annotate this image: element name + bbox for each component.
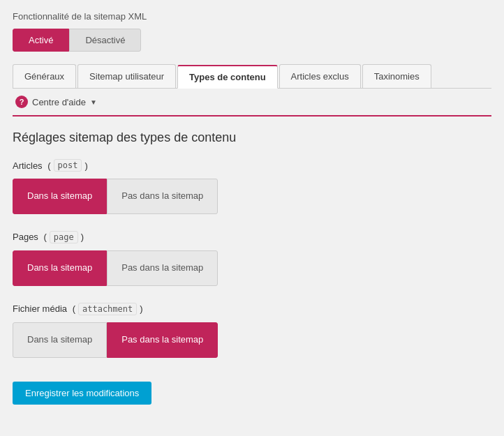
save-button[interactable]: Enregistrer les modifications [13, 382, 151, 405]
media-not-in-sitemap-button[interactable]: Pas dans la sitemap [107, 322, 218, 358]
tab-articles-exclus[interactable]: Articles exclus [279, 64, 361, 88]
help-icon: ? [15, 96, 28, 108]
articles-label: Articles ( post ) [13, 159, 491, 172]
tab-generaux[interactable]: Généraux [13, 64, 76, 88]
media-label: Fichier média ( attachment ) [13, 303, 491, 315]
tab-types-de-contenu[interactable]: Types de contenu [177, 65, 278, 89]
pages-label: Pages ( page ) [13, 231, 491, 243]
pages-section: Pages ( page ) Dans la sitemap Pas dans … [13, 231, 491, 286]
page-container: Fonctionnalité de la sitemap XML Activé … [0, 0, 504, 416]
media-option-group: Dans la sitemap Pas dans la sitemap [13, 322, 491, 358]
toggle-active-button[interactable]: Activé [13, 29, 69, 52]
feature-toggle-group: Activé Désactivé [13, 29, 491, 52]
articles-section: Articles ( post ) Dans la sitemap Pas da… [13, 159, 491, 214]
tab-sitemap-utilisateur[interactable]: Sitemap utilisateur [77, 64, 176, 88]
articles-in-sitemap-button[interactable]: Dans la sitemap [13, 179, 107, 214]
tabs-row: Généraux Sitemap utilisateur Types de co… [13, 64, 491, 89]
pages-not-in-sitemap-button[interactable]: Pas dans la sitemap [107, 250, 218, 286]
help-link[interactable]: Centre d'aide [32, 97, 86, 107]
section-title: Réglages sitemap des types de contenu [13, 130, 491, 145]
media-tag: attachment [78, 303, 137, 315]
pages-tag: page [50, 231, 78, 243]
toggle-inactive-button[interactable]: Désactivé [69, 29, 141, 52]
help-row: ? Centre d'aide ▼ [13, 89, 491, 116]
chevron-down-icon: ▼ [90, 98, 97, 106]
pages-option-group: Dans la sitemap Pas dans la sitemap [13, 250, 491, 286]
feature-label: Fonctionnalité de la sitemap XML [13, 11, 491, 22]
media-in-sitemap-button[interactable]: Dans la sitemap [13, 322, 107, 358]
tab-taxinomies[interactable]: Taxinomies [362, 64, 431, 88]
media-section: Fichier média ( attachment ) Dans la sit… [13, 303, 491, 358]
articles-not-in-sitemap-button[interactable]: Pas dans la sitemap [107, 179, 218, 214]
articles-option-group: Dans la sitemap Pas dans la sitemap [13, 179, 491, 214]
articles-tag: post [54, 159, 82, 172]
pages-in-sitemap-button[interactable]: Dans la sitemap [13, 250, 107, 286]
